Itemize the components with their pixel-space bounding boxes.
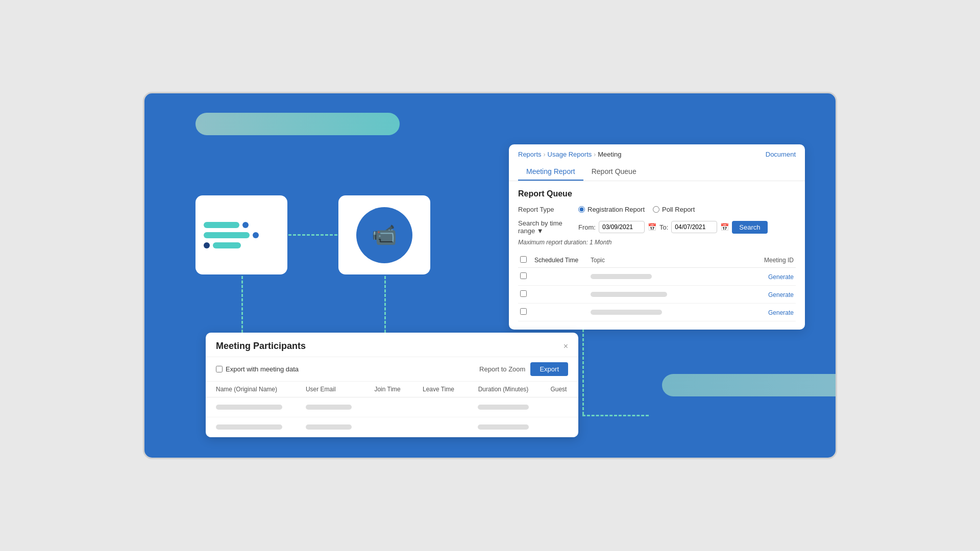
breadcrumb-current: Meeting: [598, 151, 621, 158]
report-to-zoom-label: Report to Zoom: [479, 365, 525, 373]
data-row-2: [204, 232, 279, 238]
export-checkbox-text: Export with meeting data: [226, 365, 299, 373]
col-join: Join Time: [364, 382, 412, 397]
col-email: User Email: [296, 382, 364, 397]
col-scheduled-time: Scheduled Time: [532, 253, 589, 268]
col-guest: Guest: [540, 382, 578, 397]
p1-duration-bar: [478, 405, 529, 410]
connector-h1: [288, 234, 337, 236]
table-row: Generate: [518, 304, 796, 321]
report-table: Scheduled Time Topic Meeting ID Generate: [518, 253, 796, 321]
p1-name-bar: [216, 405, 282, 410]
modal-toolbar: Export with meeting data Report to Zoom …: [206, 357, 578, 382]
row1-checkbox[interactable]: [520, 272, 527, 279]
report-panel-header: Reports › Usage Reports › Meeting Docume…: [509, 144, 805, 181]
row3-checkbox[interactable]: [520, 308, 527, 315]
data-row-3: [204, 242, 279, 248]
to-calendar-icon[interactable]: 📅: [720, 223, 729, 231]
participant-row: [206, 417, 578, 437]
col-name: Name (Original Name): [206, 382, 296, 397]
col-duration: Duration (Minutes): [467, 382, 541, 397]
deco-pill-top: [195, 113, 400, 135]
row3-generate-link[interactable]: Generate: [768, 309, 794, 316]
search-button[interactable]: Search: [732, 221, 767, 234]
data-bar-1: [204, 222, 239, 228]
data-card: [195, 195, 287, 274]
row2-generate-link[interactable]: Generate: [768, 291, 794, 298]
col-topic: Topic: [589, 253, 745, 268]
breadcrumb-nav: Reports › Usage Reports › Meeting: [518, 151, 622, 158]
from-calendar-icon[interactable]: 📅: [648, 223, 656, 231]
table-row: Generate: [518, 286, 796, 304]
time-range-label[interactable]: Search by time range ▼: [518, 219, 574, 235]
from-label: From:: [578, 223, 596, 231]
radio-registration-input[interactable]: [578, 206, 585, 213]
zoom-camera-icon: 📹: [372, 223, 397, 247]
document-link[interactable]: Document: [766, 151, 796, 158]
export-button[interactable]: Export: [530, 362, 568, 376]
report-tabs: Meeting Report Report Queue: [518, 163, 796, 181]
breadcrumb-usage-reports[interactable]: Usage Reports: [548, 151, 592, 158]
data-dot-1: [242, 222, 249, 228]
to-label: To:: [659, 223, 668, 231]
modal-close-button[interactable]: ×: [564, 342, 568, 351]
tab-meeting-report[interactable]: Meeting Report: [518, 163, 583, 181]
connector-h2: [582, 415, 649, 416]
radio-registration-label: Registration Report: [587, 206, 645, 213]
report-type-label: Report Type: [518, 206, 574, 213]
radio-poll[interactable]: Poll Report: [653, 206, 695, 213]
radio-poll-input[interactable]: [653, 206, 659, 213]
breadcrumb-sep-2: ›: [594, 151, 596, 158]
radio-poll-label: Poll Report: [662, 206, 695, 213]
breadcrumb: Reports › Usage Reports › Meeting Docume…: [518, 151, 796, 158]
p2-email-bar: [306, 424, 352, 430]
export-checkbox-input[interactable]: [216, 366, 223, 372]
col-meeting-id: Meeting ID: [745, 253, 796, 268]
report-queue-title: Report Queue: [518, 189, 796, 198]
p1-email-bar: [306, 405, 352, 410]
time-range-controls: From: 📅 To: 📅 Search: [578, 221, 768, 234]
main-frame: 📹 Reports › Usage Reports › Meeting Docu…: [143, 92, 837, 459]
report-type-row: Report Type Registration Report Poll Rep…: [518, 206, 796, 213]
export-checkbox-label[interactable]: Export with meeting data: [216, 365, 299, 373]
time-range-row: Search by time range ▼ From: 📅 To: 📅 Sea…: [518, 219, 796, 235]
data-bar-2: [204, 232, 250, 238]
connector-v1: [241, 276, 243, 337]
modal-actions: Report to Zoom Export: [479, 362, 568, 376]
row3-topic-bar: [591, 310, 662, 315]
modal-header: Meeting Participants ×: [206, 333, 578, 357]
data-bar-3: [213, 242, 241, 248]
zoom-circle: 📹: [356, 207, 412, 263]
report-body: Report Queue Report Type Registration Re…: [509, 181, 805, 330]
participant-row: [206, 397, 578, 417]
col-leave: Leave Time: [412, 382, 467, 397]
radio-group: Registration Report Poll Report: [578, 206, 695, 213]
zoom-card: 📹: [338, 195, 430, 274]
data-dot-2: [253, 232, 259, 238]
max-report-note: Maximum report duration: 1 Month: [518, 239, 796, 246]
row2-checkbox[interactable]: [520, 290, 527, 297]
row1-generate-link[interactable]: Generate: [768, 273, 794, 281]
from-date-input[interactable]: [599, 221, 645, 233]
deco-pill-bottom: [662, 374, 837, 396]
modal-title: Meeting Participants: [216, 341, 306, 352]
participants-modal: Meeting Participants × Export with meeti…: [206, 333, 578, 437]
breadcrumb-sep-1: ›: [544, 151, 546, 158]
tab-report-queue[interactable]: Report Queue: [583, 163, 645, 181]
radio-registration[interactable]: Registration Report: [578, 206, 645, 213]
p2-duration-bar: [478, 424, 529, 430]
select-all-checkbox[interactable]: [520, 256, 527, 263]
row2-topic-bar: [591, 292, 667, 297]
p2-name-bar: [216, 424, 282, 430]
connector-v2: [384, 276, 386, 337]
breadcrumb-reports[interactable]: Reports: [518, 151, 542, 158]
participants-table: Name (Original Name) User Email Join Tim…: [206, 382, 578, 437]
table-row: Generate: [518, 268, 796, 286]
data-row-1: [204, 222, 279, 228]
data-dot-3: [204, 242, 210, 248]
report-panel: Reports › Usage Reports › Meeting Docume…: [509, 144, 805, 330]
row1-topic-bar: [591, 274, 652, 279]
to-date-input[interactable]: [671, 221, 717, 233]
